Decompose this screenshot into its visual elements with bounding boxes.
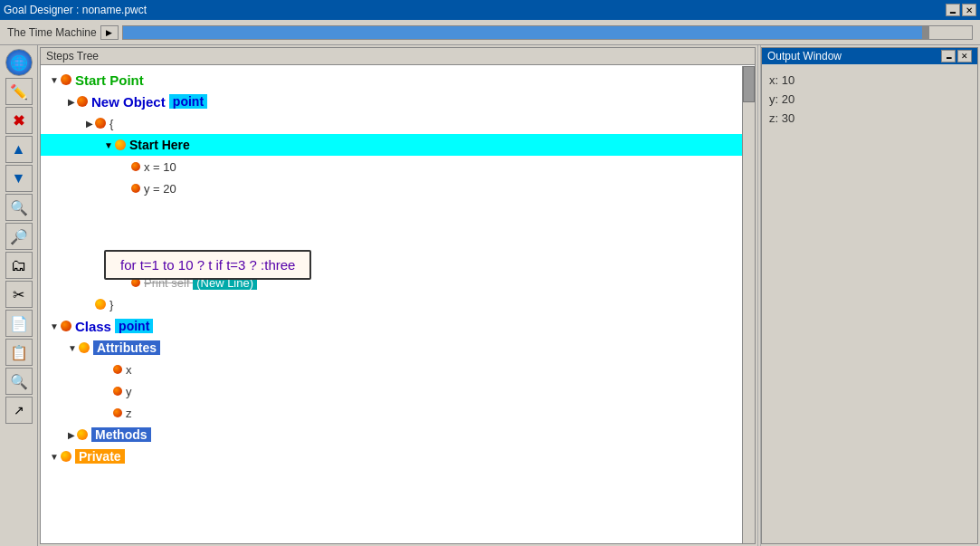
steps-panel: Steps Tree ▼ Start Point ▶ xyxy=(40,47,756,544)
up-button[interactable]: ▲ xyxy=(5,136,33,163)
output-line-3: z: 30 xyxy=(769,110,970,129)
tree-item-private[interactable]: ▼ Private xyxy=(41,445,747,467)
scissors-button[interactable]: ✂ xyxy=(5,281,33,308)
tree-item-x-attr[interactable]: x xyxy=(41,359,747,380)
brace-open-label: { xyxy=(109,117,113,130)
output-title-buttons: 🗕 ✕ xyxy=(941,50,972,62)
tree-item-methods[interactable]: ▶ Methods xyxy=(41,424,747,445)
layers-button[interactable]: 🗂 xyxy=(5,252,33,279)
content-area: 🌐 ✏️ ✖ ▲ ▼ 🔍 🔎 🗂 ✂ 📄 📋 🔍 ↗ Steps Tree xyxy=(0,45,980,546)
bullet-start-here xyxy=(115,139,126,150)
x-attr-label: x xyxy=(126,363,132,377)
tree-item-start-point[interactable]: ▼ Start Point xyxy=(41,69,747,91)
timeline-area: The Time Machine ▶ xyxy=(0,20,980,45)
cross-button[interactable]: ✖ xyxy=(5,107,33,134)
y-label: y = 20 xyxy=(144,182,176,196)
bullet-z-attr xyxy=(113,408,122,417)
bullet-brace-close xyxy=(95,299,106,310)
title-bar-buttons: 🗕 ✕ xyxy=(946,4,976,16)
private-label: Private xyxy=(75,449,125,464)
bullet-y-attr xyxy=(113,387,122,396)
tree-item-x[interactable]: x = 10 xyxy=(41,156,747,177)
z-attr-label: z xyxy=(126,407,132,420)
globe-button[interactable]: 🌐 xyxy=(5,49,33,76)
output-panel: Output Window 🗕 ✕ x: 10 y: 20 z: 30 xyxy=(761,47,978,544)
tooltip-text: for t=1 to 10 ? t if t=3 ? :three xyxy=(120,257,295,273)
start-point-label: Start Point xyxy=(75,72,144,88)
triangle-new-object: ▶ xyxy=(68,97,75,107)
methods-label: Methods xyxy=(91,427,151,442)
triangle-start-point: ▼ xyxy=(50,75,59,85)
bullet-y xyxy=(131,184,140,193)
window-title: Goal Designer : noname.pwct xyxy=(4,4,147,16)
bullet-brace xyxy=(95,118,106,129)
tree-item-brace-close[interactable]: } xyxy=(41,293,747,315)
class-type: point xyxy=(115,319,153,333)
bullet-start-point xyxy=(61,74,71,85)
play-button[interactable]: ▶ xyxy=(100,25,119,40)
edit-button[interactable]: ✏️ xyxy=(5,78,33,105)
copy-button[interactable]: 📋 xyxy=(5,339,33,366)
bullet-x-attr xyxy=(113,365,122,374)
left-toolbar: 🌐 ✏️ ✖ ▲ ▼ 🔍 🔎 🗂 ✂ 📄 📋 🔍 ↗ xyxy=(0,45,38,546)
panels-row: Steps Tree ▼ Start Point ▶ xyxy=(38,45,980,546)
triangle-methods: ▶ xyxy=(68,430,75,440)
timeline-label: The Time Machine xyxy=(7,26,97,39)
zoom-in-button[interactable]: 🔍 xyxy=(5,194,33,221)
steps-content[interactable]: ▼ Start Point ▶ New Object point ▶ xyxy=(41,65,755,543)
bullet-methods xyxy=(77,429,88,440)
tree-item-new-object[interactable]: ▶ New Object point xyxy=(41,91,747,112)
bullet-class xyxy=(61,321,71,331)
minimize-button[interactable]: 🗕 xyxy=(946,4,960,16)
x-label: x = 10 xyxy=(144,160,176,174)
tree-item-start-here[interactable]: ▼ Start Here xyxy=(41,134,747,156)
class-label: Class xyxy=(75,319,115,334)
down-button[interactable]: ▼ xyxy=(5,165,33,192)
output-line-1: x: 10 xyxy=(769,72,970,91)
y-attr-label: y xyxy=(126,385,132,398)
tree-item-brace-open[interactable]: ▶ { xyxy=(41,112,747,134)
tooltip-popup: for t=1 to 10 ? t if t=3 ? :three xyxy=(104,250,311,280)
zoom-out-button[interactable]: 🔎 xyxy=(5,223,33,250)
scrollbar-thumb[interactable] xyxy=(743,66,755,102)
timeline-thumb xyxy=(922,26,929,39)
triangle-class: ▼ xyxy=(50,321,59,331)
vertical-scrollbar[interactable] xyxy=(742,66,755,543)
tree-item-class[interactable]: ▼ Class point xyxy=(41,315,747,337)
output-header: Output Window 🗕 ✕ xyxy=(762,48,977,64)
bullet-private xyxy=(61,451,71,462)
start-here-label: Start Here xyxy=(129,138,190,152)
tree-item-tooltip: for t=1 to 10 ? t if t=3 ? :three xyxy=(41,199,747,272)
bullet-attributes xyxy=(79,342,90,353)
output-min-btn[interactable]: 🗕 xyxy=(941,50,956,62)
output-title: Output Window xyxy=(767,50,842,62)
external-button[interactable]: ↗ xyxy=(5,397,33,424)
tree-container: ▼ Start Point ▶ New Object point ▶ xyxy=(41,65,747,471)
new-object-label: New Object xyxy=(91,94,169,110)
steps-header: Steps Tree xyxy=(41,48,755,65)
bullet-new-object xyxy=(77,96,88,107)
brace-close-label: } xyxy=(109,298,113,311)
new-object-type: point xyxy=(169,94,207,109)
triangle-brace: ▶ xyxy=(86,119,93,129)
title-bar: Goal Designer : noname.pwct 🗕 ✕ xyxy=(0,0,980,20)
attributes-label: Attributes xyxy=(93,340,160,355)
close-button[interactable]: ✕ xyxy=(962,4,976,16)
output-line-2: y: 20 xyxy=(769,91,970,110)
bullet-x xyxy=(131,162,140,171)
tree-item-z-attr[interactable]: z xyxy=(41,402,747,424)
triangle-start-here: ▼ xyxy=(104,140,113,150)
output-content: x: 10 y: 20 z: 30 xyxy=(762,64,977,135)
triangle-attributes: ▼ xyxy=(68,343,77,353)
output-close-btn[interactable]: ✕ xyxy=(957,50,972,62)
timeline-track[interactable] xyxy=(122,25,973,40)
triangle-private: ▼ xyxy=(50,452,59,462)
tree-item-y[interactable]: y = 20 xyxy=(41,177,747,199)
tree-item-y-attr[interactable]: y xyxy=(41,380,747,402)
tree-item-attributes[interactable]: ▼ Attributes xyxy=(41,337,747,359)
doc-button[interactable]: 📄 xyxy=(5,310,33,337)
search-button[interactable]: 🔍 xyxy=(5,368,33,395)
